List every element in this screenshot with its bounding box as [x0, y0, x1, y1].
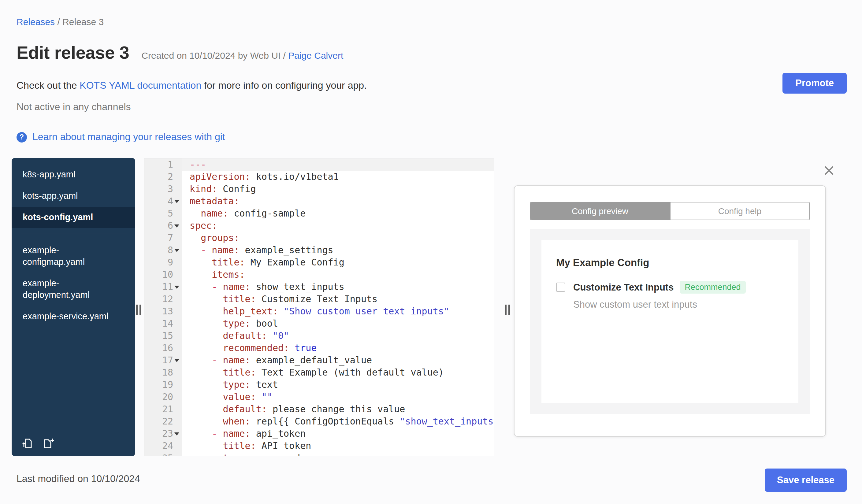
code-line[interactable]: title: Customize Text Inputs — [182, 293, 494, 305]
git-help-row: ? Learn about managing your releases wit… — [16, 132, 225, 143]
line-number: 14 — [162, 318, 173, 329]
code-line[interactable]: groups: — [182, 232, 494, 244]
upload-file-button[interactable] — [22, 437, 34, 450]
file-item[interactable]: example-service.yaml — [12, 306, 135, 327]
code-line[interactable]: type: bool — [182, 317, 494, 330]
fold-caret[interactable] — [173, 195, 180, 207]
customize-text-inputs-checkbox[interactable] — [556, 282, 565, 292]
code-line[interactable]: items: — [182, 268, 494, 281]
code-line[interactable]: apiVersion: kots.io/v1beta1 — [182, 171, 494, 183]
code-line[interactable]: spec: — [182, 220, 494, 232]
code-line[interactable]: --- — [182, 158, 494, 171]
file-sidebar: k8s-app.yamlkots-app.yamlkots-config.yam… — [12, 158, 135, 456]
file-item[interactable]: kots-config.yaml — [12, 207, 135, 228]
preview-content-area: My Example Config Customize Text Inputs … — [530, 229, 810, 414]
line-number: 2 — [168, 171, 173, 182]
gutter-row: 3 — [144, 183, 182, 195]
code-line[interactable]: when: repl{{ ConfigOptionEquals "show_te… — [182, 415, 494, 427]
config-item-help-text: Show custom user text inputs — [573, 299, 784, 310]
gutter-row: 7 — [144, 232, 182, 244]
gutter-row: 14 — [144, 317, 182, 330]
caret-spacer — [173, 317, 180, 330]
code-editor[interactable]: 1234567891011121314151617181920212223242… — [144, 158, 494, 456]
code-line[interactable]: - name: example_settings — [182, 244, 494, 256]
code-line[interactable]: default: please change this value — [182, 403, 494, 415]
gutter-row: 19 — [144, 379, 182, 391]
editor-resize-handle[interactable] — [505, 305, 510, 315]
file-item[interactable]: kots-app.yaml — [12, 185, 135, 207]
gutter-row: 13 — [144, 305, 182, 317]
gutter-row: 25 — [144, 452, 182, 456]
git-releases-link[interactable]: Learn about managing your releases with … — [32, 132, 225, 143]
line-number: 6 — [168, 220, 173, 231]
gutter-row: 23 — [144, 427, 182, 440]
line-number: 18 — [162, 367, 173, 378]
config-item-label: Customize Text Inputs — [573, 282, 674, 293]
caret-spacer — [173, 268, 180, 281]
gutter-row: 2 — [144, 171, 182, 183]
editor-code-pane[interactable]: ---apiVersion: kots.io/v1beta1kind: Conf… — [182, 158, 494, 456]
code-line[interactable]: type: password — [182, 452, 494, 456]
code-line[interactable]: name: config-sample — [182, 207, 494, 220]
line-number: 8 — [168, 245, 173, 256]
code-line[interactable]: metadata: — [182, 195, 494, 207]
line-number: 5 — [168, 208, 173, 219]
code-line[interactable]: title: API token — [182, 440, 494, 452]
caret-spacer — [173, 403, 180, 415]
gutter-row: 22 — [144, 415, 182, 427]
gutter-row: 24 — [144, 440, 182, 452]
close-icon[interactable]: × — [819, 161, 839, 178]
save-release-button[interactable]: Save release — [765, 468, 847, 492]
last-modified-text: Last modified on 10/10/2024 — [16, 474, 140, 485]
file-item[interactable]: example-deployment.yaml — [12, 273, 135, 306]
file-item[interactable]: k8s-app.yaml — [12, 164, 135, 185]
page-title: Edit release 3 — [16, 43, 129, 63]
line-number: 25 — [162, 453, 173, 456]
code-line[interactable]: - name: example_default_value — [182, 354, 494, 367]
question-mark-icon: ? — [16, 132, 27, 142]
new-file-button[interactable] — [42, 437, 54, 450]
caret-spacer — [173, 183, 180, 195]
code-line[interactable]: type: text — [182, 379, 494, 391]
kots-docs-link[interactable]: KOTS YAML documentation — [80, 80, 201, 91]
breadcrumb-releases-link[interactable]: Releases — [16, 16, 55, 27]
file-item[interactable]: example-configmap.yaml — [12, 240, 135, 273]
line-number: 19 — [162, 379, 173, 390]
sidebar-resize-handle[interactable] — [136, 305, 141, 315]
caret-spacer — [173, 379, 180, 391]
caret-spacer — [173, 158, 180, 171]
created-author-link[interactable]: Paige Calvert — [288, 50, 343, 61]
breadcrumb-separator: / — [55, 16, 62, 27]
sidebar-actions — [22, 437, 54, 450]
code-line[interactable]: - name: api_token — [182, 427, 494, 440]
code-line[interactable]: title: Text Example (with default value) — [182, 367, 494, 379]
gutter-row: 5 — [144, 207, 182, 220]
fold-caret[interactable] — [173, 427, 180, 440]
config-preview-panel: Config preview Config help My Example Co… — [514, 185, 826, 437]
code-line[interactable]: help_text: "Show custom user text inputs… — [182, 305, 494, 317]
fold-caret[interactable] — [173, 354, 180, 367]
created-line: Created on 10/10/2024 by Web UI / Paige … — [141, 50, 343, 61]
code-line[interactable]: kind: Config — [182, 183, 494, 195]
caret-spacer — [173, 415, 180, 427]
caret-spacer — [173, 171, 180, 183]
gutter-row: 15 — [144, 330, 182, 342]
code-line[interactable]: title: My Example Config — [182, 256, 494, 268]
code-line[interactable]: value: "" — [182, 391, 494, 403]
fold-caret[interactable] — [173, 281, 180, 293]
gutter-row: 17 — [144, 354, 182, 367]
code-line[interactable]: - name: show_text_inputs — [182, 281, 494, 293]
breadcrumb-current: Release 3 — [62, 16, 104, 27]
fold-caret[interactable] — [173, 220, 180, 232]
fold-caret[interactable] — [173, 244, 180, 256]
code-line[interactable]: default: "0" — [182, 330, 494, 342]
gutter-row: 21 — [144, 403, 182, 415]
line-number: 7 — [168, 233, 173, 243]
tab-config-preview[interactable]: Config preview — [531, 202, 670, 220]
promote-button[interactable]: Promote — [782, 73, 847, 94]
code-line[interactable]: recommended: true — [182, 342, 494, 354]
docs-line: Check out the KOTS YAML documentation fo… — [16, 80, 367, 91]
line-number: 16 — [162, 343, 173, 354]
line-number: 12 — [162, 294, 173, 305]
tab-config-help[interactable]: Config help — [670, 202, 809, 220]
